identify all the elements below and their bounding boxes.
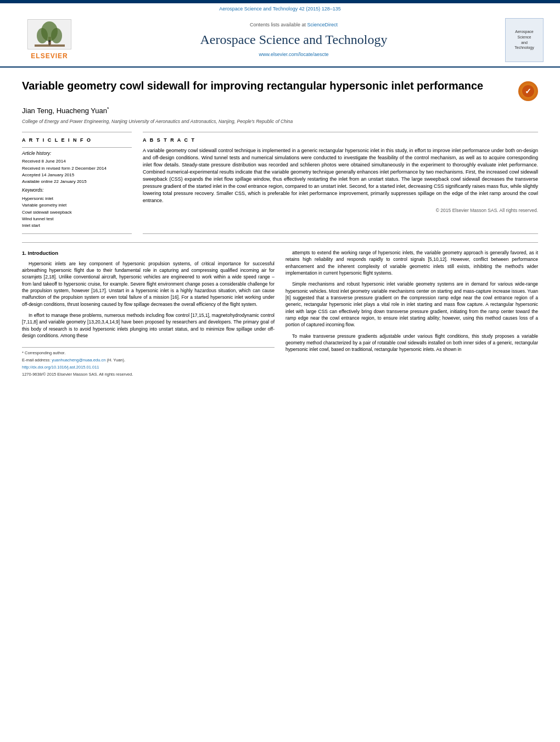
body-col2-para2: Simple mechanisms and robust hypersonic …	[285, 281, 538, 328]
header-center: Contents lists available at ScienceDirec…	[93, 21, 494, 58]
page: Aerospace Science and Technology 42 (201…	[0, 0, 560, 742]
svg-text:✓: ✓	[525, 87, 531, 96]
tree-svg	[29, 20, 70, 48]
body-col1-para1: Hypersonic inlets are key component of h…	[22, 260, 275, 308]
footnote-email-label: E-mail address:	[22, 358, 51, 362]
svg-point-3	[37, 28, 48, 43]
keywords-label: Keywords:	[22, 187, 132, 194]
footnote-issn-line: 1270-9638/© 2015 Elsevier Masson SAS. Al…	[22, 372, 275, 378]
footnote-star-text: * Corresponding author.	[22, 350, 65, 355]
elsevier-brand-text: ELSEVIER	[31, 52, 68, 61]
body-divider	[22, 242, 538, 243]
footnote-doi[interactable]: http://dx.doi.org/10.1016/j.ast.2015.01.…	[22, 365, 99, 370]
affiliation: College of Energy and Power Engineering,…	[22, 119, 538, 125]
footnote-star-line: * Corresponding author.	[22, 350, 275, 356]
footnote-email[interactable]: yuanhuacheng@nuaa.edu.cn	[52, 358, 105, 362]
article-info-label: A R T I C L E I N F O	[22, 137, 132, 144]
svg-point-6	[48, 40, 51, 42]
sciencedirect-link[interactable]: ScienceDirect	[307, 22, 338, 27]
journal-thumbnail: Aerospace Science and Technology	[505, 18, 544, 62]
journal-ref-text: Aerospace Science and Technology 42 (201…	[219, 6, 341, 12]
crossmark-badge: ✓	[518, 81, 538, 101]
history-online: Available online 22 January 2015	[22, 178, 132, 185]
copyright-line: © 2015 Elsevier Masson SAS. All rights r…	[143, 208, 538, 214]
authors-text: Jian Teng, Huacheng Yuan	[22, 107, 107, 115]
article-info-column: A R T I C L E I N F O Article history: R…	[22, 132, 132, 234]
footnote-doi-line: http://dx.doi.org/10.1016/j.ast.2015.01.…	[22, 365, 275, 371]
journal-header: ELSEVIER Contents lists available at Sci…	[0, 14, 560, 68]
elsevier-logo: ELSEVIER	[16, 19, 82, 61]
history-received: Received 8 June 2014	[22, 158, 132, 164]
article-title: Variable geometry cowl sidewall for impr…	[22, 79, 513, 93]
elsevier-tree-image	[27, 19, 71, 49]
journal-reference: Aerospace Science and Technology 42 (201…	[0, 3, 560, 14]
kw-1: Hypersonic inlet	[22, 196, 132, 202]
footnote-email-line: E-mail address: yuanhuacheng@nuaa.edu.cn…	[22, 358, 275, 364]
abstract-text: A variable geometry cowl sidewall contro…	[143, 147, 538, 204]
body-col-left: 1. Introduction Hypersonic inlets are ke…	[22, 249, 275, 379]
svg-point-4	[51, 28, 62, 43]
footnote-area: * Corresponding author. E-mail address: …	[22, 347, 275, 378]
kw-3: Cowl sidewall sweepback	[22, 209, 132, 215]
body-col2-para1: attempts to extend the working range of …	[285, 249, 538, 276]
author-asterisk: *	[107, 106, 109, 111]
kw-5: Inlet start	[22, 222, 132, 228]
kw-2: Variable geometry inlet	[22, 202, 132, 208]
article-content: Variable geometry cowl sidewall for impr…	[0, 68, 560, 390]
article-info-abstract-section: A R T I C L E I N F O Article history: R…	[22, 132, 538, 234]
authors-line: Jian Teng, Huacheng Yuan*	[22, 105, 538, 116]
body-col1-para2: In effort to manage these problems, nume…	[22, 312, 275, 339]
body-col2-para3: To make transverse pressure gradients ad…	[285, 333, 538, 353]
journal-url[interactable]: www.elsevier.com/locate/aescte	[93, 51, 494, 58]
body-section: 1. Introduction Hypersonic inlets are ke…	[22, 249, 538, 379]
history-label: Article history:	[22, 150, 132, 157]
info-divider	[22, 147, 132, 148]
history-accepted: Accepted 14 January 2015	[22, 172, 132, 178]
footnote-email-suffix: (H. Yuan).	[107, 358, 125, 362]
journal-title: Aerospace Science and Technology	[93, 31, 494, 49]
abstract-column: A B S T R A C T A variable geometry cowl…	[143, 132, 538, 234]
abstract-label: A B S T R A C T	[143, 137, 538, 144]
contents-line: Contents lists available at ScienceDirec…	[93, 21, 494, 29]
body-col-right: attempts to extend the working range of …	[285, 249, 538, 379]
section1-title: 1. Introduction	[22, 249, 275, 257]
history-revised: Received in revised form 2 December 2014	[22, 165, 132, 171]
kw-4: Wind tunnel test	[22, 216, 132, 222]
